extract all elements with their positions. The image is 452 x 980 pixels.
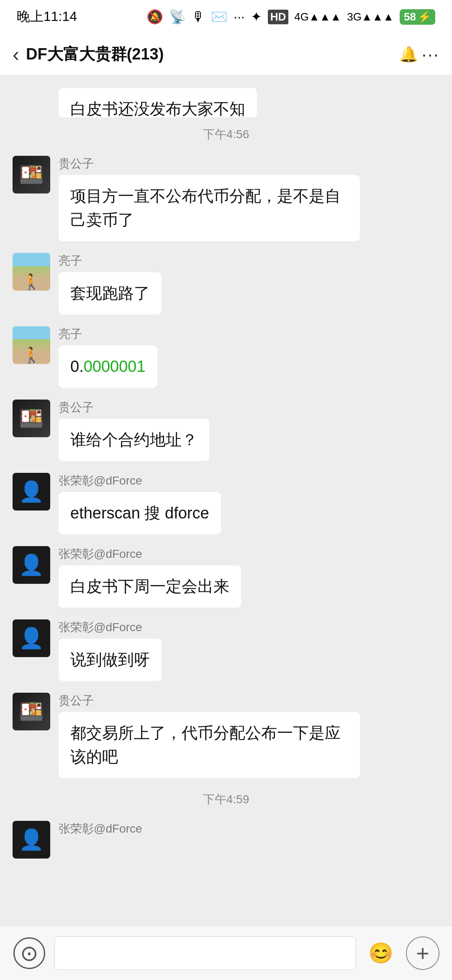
message-row: 🍱 贵公子 都交易所上了，代币分配公布一下是应该的吧 (0, 687, 452, 784)
hd-icon: HD (268, 10, 289, 24)
mail-icon: ✉️ (211, 9, 228, 25)
avatar: 🚶 (13, 326, 50, 364)
message-content: 贵公子 项目方一直不公布代币分配，是不是自己卖币了 (59, 156, 360, 241)
chat-title: DF大富大贵群(213) (26, 44, 399, 65)
nav-bar: ‹ DF大富大贵群(213) 🔔 ··· (0, 34, 452, 75)
notification-icon: 🔔 (399, 46, 418, 63)
avatar: 👤 (13, 619, 50, 657)
msg-bubble: 谁给个合约地址？ (59, 419, 209, 461)
msg-bubble: 说到做到呀 (59, 639, 162, 681)
more-status-icon: ··· (234, 9, 245, 25)
message-sender: 贵公子 (59, 693, 360, 709)
message-sender: 张荣彰@dForce (59, 473, 221, 489)
avatar: 🚶 (13, 253, 50, 291)
add-button[interactable]: + (406, 936, 439, 970)
voice-button[interactable]: ⊙ (13, 936, 46, 970)
emoji-icon: 😊 (368, 941, 393, 965)
message-content: 张荣彰@dForce etherscan 搜 dforce (59, 473, 221, 534)
msg-bubble: etherscan 搜 dforce (59, 492, 221, 534)
timestamp-2: 下午4:59 (0, 792, 452, 807)
avatar: 🍱 (13, 400, 50, 437)
status-icons: 🔕 📡 🎙 ✉️ ··· ✦ HD 4G▲▲▲ 3G▲▲▲ 58 ⚡ (146, 9, 435, 25)
message-row: 🍱 贵公子 项目方一直不公布代币分配，是不是自己卖币了 (0, 150, 452, 247)
mute-icon: 🔕 (146, 9, 163, 25)
avatar: 🍱 (13, 693, 50, 730)
message-row: 👤 张荣彰@dForce (0, 815, 452, 864)
timestamp-1: 下午4:56 (0, 126, 452, 142)
microphone-icon: ⊙ (13, 937, 45, 969)
avatar: 👤 (13, 821, 50, 859)
avatar: 🍱 (13, 156, 50, 193)
plus-icon: + (416, 940, 429, 966)
message-sender: 亮子 (59, 326, 157, 342)
message-content: 贵公子 都交易所上了，代币分配公布一下是应该的吧 (59, 693, 360, 778)
more-button[interactable]: ··· (421, 44, 439, 65)
message-sender: 贵公子 (59, 156, 360, 172)
signal-icon: 4G▲▲▲ (294, 10, 341, 23)
partial-top-message: 白皮书还没发布大家不知 (59, 88, 439, 119)
back-button[interactable]: ‹ (13, 43, 19, 66)
bluetooth-icon: ✦ (251, 9, 262, 25)
message-sender: 张荣彰@dForce (59, 821, 142, 837)
avatar: 👤 (13, 546, 50, 584)
battery-icon: 58 ⚡ (400, 9, 435, 25)
msg-bubble-partial-top: 白皮书还没发布大家不知 (59, 88, 257, 117)
message-sender: 贵公子 (59, 400, 209, 415)
message-content: 亮子 套现跑路了 (59, 253, 162, 315)
message-row: 👤 张荣彰@dForce 说到做到呀 (0, 614, 452, 687)
message-row: 🚶 亮子 套现跑路了 (0, 247, 452, 320)
message-content: 张荣彰@dForce 白皮书下周一定会出来 (59, 546, 241, 608)
status-bar: 晚上11:14 🔕 📡 🎙 ✉️ ··· ✦ HD 4G▲▲▲ 3G▲▲▲ 58… (0, 0, 452, 34)
message-sender: 亮子 (59, 253, 162, 269)
msg-bubble: 项目方一直不公布代币分配，是不是自己卖币了 (59, 175, 360, 241)
message-content: 张荣彰@dForce 说到做到呀 (59, 619, 162, 681)
message-content: 亮子 0.0000001 (59, 326, 157, 388)
message-row: 🚶 亮子 0.0000001 (0, 320, 452, 394)
cast-icon: 📡 (169, 9, 186, 25)
chat-area: 白皮书还没发布大家不知 下午4:56 🍱 贵公子 项目方一直不公布代币分配，是不… (0, 75, 452, 926)
avatar: 👤 (13, 473, 50, 511)
signal2-icon: 3G▲▲▲ (347, 10, 394, 23)
podcast-icon: 🎙 (192, 9, 205, 25)
message-content: 贵公子 谁给个合约地址？ (59, 400, 209, 461)
message-input[interactable] (54, 936, 356, 970)
emoji-button[interactable]: 😊 (364, 936, 398, 970)
msg-bubble: 都交易所上了，代币分配公布一下是应该的吧 (59, 712, 360, 778)
msg-bubble-number: 0.0000001 (59, 346, 157, 388)
message-row: 👤 张荣彰@dForce 白皮书下周一定会出来 (0, 540, 452, 614)
msg-bubble: 套现跑路了 (59, 272, 162, 315)
msg-bubble: 白皮书下周一定会出来 (59, 565, 241, 608)
message-sender: 张荣彰@dForce (59, 546, 241, 562)
bottom-bar: ⊙ 😊 + (0, 926, 452, 980)
message-row: 🍱 贵公子 谁给个合约地址？ (0, 394, 452, 467)
status-time: 晚上11:14 (17, 8, 77, 26)
message-content: 张荣彰@dForce (59, 821, 142, 840)
message-row: 👤 张荣彰@dForce etherscan 搜 dforce (0, 467, 452, 540)
message-sender: 张荣彰@dForce (59, 619, 162, 635)
